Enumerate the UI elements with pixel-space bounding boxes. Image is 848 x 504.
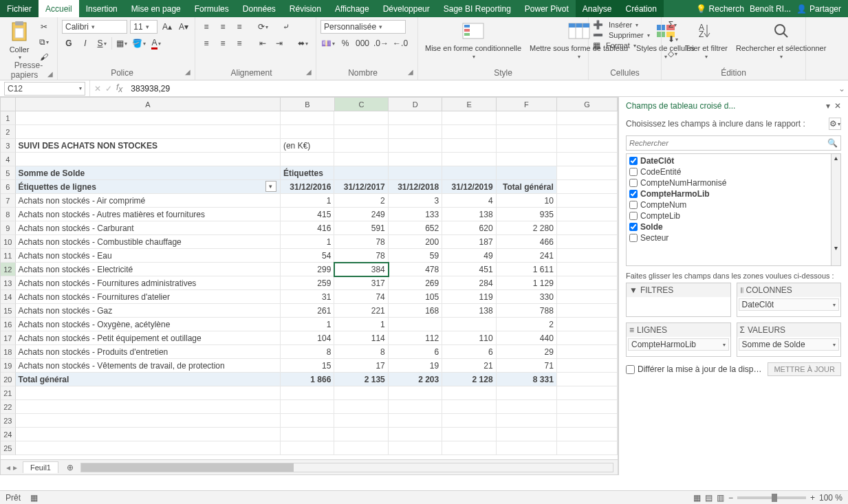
cell[interactable]: 29 xyxy=(497,345,557,359)
cell[interactable] xyxy=(557,221,618,235)
col-header-C[interactable]: C xyxy=(335,98,389,111)
row-header[interactable]: 15 xyxy=(1,304,16,318)
cell[interactable] xyxy=(442,139,496,153)
row-header[interactable]: 21 xyxy=(1,386,16,400)
pivot-field[interactable]: CompteLib xyxy=(627,210,831,221)
cell[interactable]: 49 xyxy=(442,249,496,263)
cell[interactable] xyxy=(497,153,557,166)
area-values-item[interactable]: Somme de Solde▾ xyxy=(739,338,840,351)
cell[interactable] xyxy=(557,249,618,263)
cell[interactable] xyxy=(442,318,496,331)
pivot-field[interactable]: CodeEntité xyxy=(627,166,831,177)
cell[interactable] xyxy=(557,180,618,194)
cell[interactable] xyxy=(557,318,618,331)
cell[interactable] xyxy=(557,166,618,180)
cell[interactable]: 317 xyxy=(334,276,388,290)
cell[interactable] xyxy=(442,111,496,125)
cell[interactable] xyxy=(557,331,618,345)
clipboard-launcher[interactable]: ◢ xyxy=(47,70,53,78)
cell[interactable]: Achats non stockés - Fournitures d'ateli… xyxy=(16,290,281,304)
taskpane-menu-icon[interactable]: ▾ xyxy=(826,101,830,111)
field-checkbox[interactable] xyxy=(629,234,638,242)
pivot-field[interactable]: CompteNum xyxy=(627,199,831,210)
row-header[interactable]: 19 xyxy=(1,359,16,373)
comma-style-button[interactable]: 000 xyxy=(355,36,370,50)
bold-button[interactable]: G xyxy=(62,36,76,50)
select-all-corner[interactable] xyxy=(1,98,16,111)
name-box[interactable]: C12▾ xyxy=(4,82,85,96)
number-format-combo[interactable]: Personnalisée▾ xyxy=(320,20,406,34)
cell[interactable] xyxy=(557,139,618,153)
cell[interactable]: 221 xyxy=(334,304,388,318)
area-filters[interactable]: ▼FILTRES xyxy=(626,283,731,317)
col-header-F[interactable]: F xyxy=(497,98,557,111)
cell[interactable]: 105 xyxy=(389,290,442,304)
decrease-font-button[interactable]: A▾ xyxy=(177,20,191,34)
row-header[interactable]: 24 xyxy=(1,428,16,441)
cell[interactable]: 591 xyxy=(334,221,388,235)
cell[interactable]: 652 xyxy=(389,221,442,235)
formula-input[interactable]: 383938,29 xyxy=(127,84,836,94)
update-button[interactable]: METTRE À JOUR xyxy=(768,362,841,376)
tab-developer[interactable]: Développeur xyxy=(376,0,437,17)
decrease-indent-button[interactable]: ⇤ xyxy=(256,36,270,50)
zoom-level[interactable]: 100 % xyxy=(819,493,842,503)
cell[interactable]: 2 xyxy=(497,318,557,331)
field-list-scrollbar[interactable]: ▴ ▾ xyxy=(831,153,841,266)
cell[interactable] xyxy=(557,304,618,318)
cell[interactable]: 1 611 xyxy=(497,263,557,276)
col-header-E[interactable]: E xyxy=(442,98,496,111)
cell[interactable]: Total général xyxy=(16,373,281,386)
align-middle-button[interactable]: ≡ xyxy=(216,20,230,34)
row-header[interactable]: 14 xyxy=(1,290,16,304)
align-center-button[interactable]: ≡ xyxy=(216,36,230,50)
cell[interactable]: 466 xyxy=(497,235,557,249)
cell[interactable] xyxy=(442,166,496,180)
row-header[interactable]: 13 xyxy=(1,276,16,290)
sheet-nav-last[interactable]: ▸ xyxy=(13,463,17,472)
cell[interactable] xyxy=(557,290,618,304)
cell[interactable]: 74 xyxy=(334,290,388,304)
cell[interactable]: 1 xyxy=(281,194,334,208)
zoom-out-button[interactable]: − xyxy=(728,493,733,503)
cell[interactable] xyxy=(497,166,557,180)
font-name-combo[interactable]: Calibri▾ xyxy=(62,20,127,34)
cell[interactable]: 54 xyxy=(281,249,334,263)
cell[interactable] xyxy=(497,428,557,441)
borders-button[interactable]: ▦▾ xyxy=(115,36,129,50)
cell[interactable]: SUIVI DES ACHATS NON STOCKES xyxy=(16,139,281,153)
cell[interactable]: Achats non stockés - Autres matières et … xyxy=(16,208,281,221)
cell[interactable] xyxy=(557,428,618,441)
cell[interactable]: 620 xyxy=(442,221,496,235)
cell[interactable]: 31 xyxy=(281,290,334,304)
cell[interactable]: Achats non stockés - Oxygène, acétylène xyxy=(16,318,281,331)
cell[interactable] xyxy=(442,386,496,400)
cell[interactable] xyxy=(281,400,334,414)
cut-button[interactable]: ✂ xyxy=(37,20,51,34)
cell[interactable]: Achats non stockés - Gaz xyxy=(16,304,281,318)
cell[interactable] xyxy=(389,386,442,400)
cell[interactable] xyxy=(334,125,388,139)
cell[interactable]: 31/12/2017 xyxy=(334,180,388,194)
zoom-slider[interactable] xyxy=(737,496,806,499)
cell[interactable] xyxy=(442,428,496,441)
cell[interactable] xyxy=(334,414,388,428)
cell[interactable]: 1 xyxy=(281,318,334,331)
row-header[interactable]: 5 xyxy=(1,166,16,180)
orientation-button[interactable]: ⟳▾ xyxy=(256,20,270,34)
cell[interactable]: 3 xyxy=(389,194,442,208)
defer-layout-checkbox[interactable]: Différer la mise à jour de la dispo... xyxy=(626,364,763,374)
field-checkbox[interactable] xyxy=(629,223,638,231)
cell[interactable] xyxy=(389,414,442,428)
cell[interactable] xyxy=(557,111,618,125)
number-launcher[interactable]: ◢ xyxy=(408,68,413,76)
cell[interactable] xyxy=(16,125,281,139)
cell[interactable]: 249 xyxy=(334,208,388,221)
cell[interactable]: Achats non stockés - Electricité xyxy=(16,263,281,276)
cell[interactable]: 2 135 xyxy=(334,373,388,386)
cell[interactable] xyxy=(389,441,442,455)
cell[interactable]: 2 280 xyxy=(497,221,557,235)
copy-button[interactable]: ⧉▾ xyxy=(37,35,51,49)
field-checkbox[interactable] xyxy=(629,190,638,198)
cell[interactable]: 1 866 xyxy=(281,373,334,386)
